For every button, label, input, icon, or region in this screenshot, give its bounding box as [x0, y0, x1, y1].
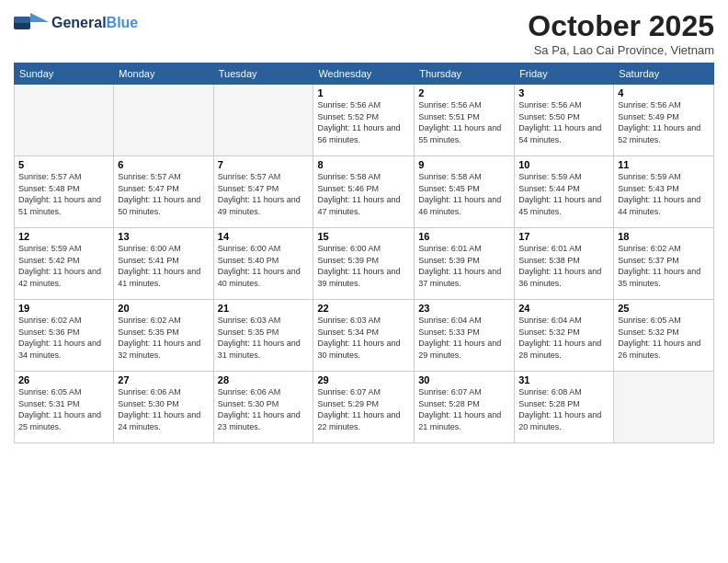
calendar-cell: 6Sunrise: 5:57 AMSunset: 5:47 PMDaylight…	[114, 156, 213, 228]
day-info: Sunrise: 5:56 AMSunset: 5:50 PMDaylight:…	[518, 99, 609, 145]
day-info: Sunrise: 5:57 AMSunset: 5:47 PMDaylight:…	[218, 171, 310, 217]
day-info: Sunrise: 5:57 AMSunset: 5:48 PMDaylight:…	[18, 171, 109, 217]
day-number: 25	[618, 303, 710, 314]
day-info: Sunrise: 6:06 AMSunset: 5:30 PMDaylight:…	[218, 386, 310, 432]
day-info: Sunrise: 6:03 AMSunset: 5:34 PMDaylight:…	[317, 315, 410, 361]
day-number: 22	[317, 303, 410, 314]
day-number: 30	[418, 374, 510, 385]
calendar-cell: 26Sunrise: 6:05 AMSunset: 5:31 PMDayligh…	[15, 372, 114, 443]
day-number: 31	[518, 374, 609, 385]
day-info: Sunrise: 6:00 AMSunset: 5:40 PMDaylight:…	[218, 243, 310, 289]
day-number: 18	[618, 231, 710, 242]
calendar-cell: 30Sunrise: 6:07 AMSunset: 5:28 PMDayligh…	[415, 372, 515, 443]
header-wednesday: Wednesday	[313, 63, 415, 85]
calendar-week-row-0: 1Sunrise: 5:56 AMSunset: 5:52 PMDaylight…	[15, 85, 714, 156]
calendar-cell: 18Sunrise: 6:02 AMSunset: 5:37 PMDayligh…	[614, 228, 714, 300]
day-number: 11	[618, 159, 710, 170]
day-number: 21	[218, 303, 310, 314]
day-info: Sunrise: 5:58 AMSunset: 5:45 PMDaylight:…	[418, 171, 510, 217]
calendar-cell: 29Sunrise: 6:07 AMSunset: 5:29 PMDayligh…	[313, 372, 415, 443]
day-number: 19	[18, 303, 109, 314]
header: GeneralBlue October 2025 Sa Pa, Lao Cai …	[14, 9, 714, 57]
calendar-cell: 3Sunrise: 5:56 AMSunset: 5:50 PMDaylight…	[515, 85, 614, 156]
day-number: 28	[218, 374, 310, 385]
calendar-cell: 31Sunrise: 6:08 AMSunset: 5:28 PMDayligh…	[515, 372, 614, 443]
day-number: 14	[218, 231, 310, 242]
day-info: Sunrise: 6:08 AMSunset: 5:28 PMDaylight:…	[518, 386, 609, 432]
calendar-cell	[614, 372, 714, 443]
calendar-week-row-1: 5Sunrise: 5:57 AMSunset: 5:48 PMDaylight…	[15, 156, 714, 228]
calendar-cell: 19Sunrise: 6:02 AMSunset: 5:36 PMDayligh…	[15, 300, 114, 372]
day-number: 5	[18, 159, 109, 170]
calendar-week-row-2: 12Sunrise: 5:59 AMSunset: 5:42 PMDayligh…	[15, 228, 714, 300]
calendar-cell: 4Sunrise: 5:56 AMSunset: 5:49 PMDaylight…	[614, 85, 714, 156]
day-info: Sunrise: 5:57 AMSunset: 5:47 PMDaylight:…	[118, 171, 209, 217]
calendar-cell: 14Sunrise: 6:00 AMSunset: 5:40 PMDayligh…	[213, 228, 313, 300]
day-info: Sunrise: 5:56 AMSunset: 5:49 PMDaylight:…	[618, 99, 710, 145]
calendar-cell: 10Sunrise: 5:59 AMSunset: 5:44 PMDayligh…	[515, 156, 614, 228]
day-number: 7	[218, 159, 310, 170]
day-info: Sunrise: 5:58 AMSunset: 5:46 PMDaylight:…	[317, 171, 410, 217]
day-number: 6	[118, 159, 209, 170]
calendar-cell: 2Sunrise: 5:56 AMSunset: 5:51 PMDaylight…	[415, 85, 515, 156]
calendar-cell	[114, 85, 213, 156]
calendar-week-row-4: 26Sunrise: 6:05 AMSunset: 5:31 PMDayligh…	[15, 372, 714, 443]
header-friday: Friday	[515, 63, 614, 85]
header-sunday: Sunday	[15, 63, 114, 85]
calendar-cell: 1Sunrise: 5:56 AMSunset: 5:52 PMDaylight…	[313, 85, 415, 156]
day-info: Sunrise: 6:07 AMSunset: 5:28 PMDaylight:…	[418, 386, 510, 432]
location: Sa Pa, Lao Cai Province, Vietnam	[528, 43, 714, 57]
header-saturday: Saturday	[614, 63, 714, 85]
day-number: 16	[418, 231, 510, 242]
day-info: Sunrise: 6:00 AMSunset: 5:41 PMDaylight:…	[118, 243, 209, 289]
logo-text: GeneralBlue	[51, 15, 138, 31]
day-info: Sunrise: 6:02 AMSunset: 5:36 PMDaylight:…	[18, 315, 109, 361]
header-tuesday: Tuesday	[213, 63, 313, 85]
calendar-cell: 17Sunrise: 6:01 AMSunset: 5:38 PMDayligh…	[515, 228, 614, 300]
calendar-cell: 28Sunrise: 6:06 AMSunset: 5:30 PMDayligh…	[213, 372, 313, 443]
page: GeneralBlue October 2025 Sa Pa, Lao Cai …	[0, 0, 728, 563]
calendar-cell: 21Sunrise: 6:03 AMSunset: 5:35 PMDayligh…	[213, 300, 313, 372]
title-block: October 2025 Sa Pa, Lao Cai Province, Vi…	[528, 9, 714, 57]
day-number: 3	[518, 87, 609, 98]
day-number: 1	[317, 87, 410, 98]
day-number: 17	[518, 231, 609, 242]
logo: GeneralBlue	[14, 9, 138, 37]
day-info: Sunrise: 5:56 AMSunset: 5:52 PMDaylight:…	[317, 99, 410, 145]
day-number: 20	[118, 303, 209, 314]
day-info: Sunrise: 6:02 AMSunset: 5:35 PMDaylight:…	[118, 315, 209, 361]
day-info: Sunrise: 6:07 AMSunset: 5:29 PMDaylight:…	[317, 386, 410, 432]
calendar-cell: 13Sunrise: 6:00 AMSunset: 5:41 PMDayligh…	[114, 228, 213, 300]
day-number: 9	[418, 159, 510, 170]
calendar-cell	[15, 85, 114, 156]
day-info: Sunrise: 6:02 AMSunset: 5:37 PMDaylight:…	[618, 243, 710, 289]
calendar-cell: 25Sunrise: 6:05 AMSunset: 5:32 PMDayligh…	[614, 300, 714, 372]
calendar-cell: 20Sunrise: 6:02 AMSunset: 5:35 PMDayligh…	[114, 300, 213, 372]
day-info: Sunrise: 5:56 AMSunset: 5:51 PMDaylight:…	[418, 99, 510, 145]
day-info: Sunrise: 6:06 AMSunset: 5:30 PMDaylight:…	[118, 386, 209, 432]
day-number: 2	[418, 87, 510, 98]
day-number: 27	[118, 374, 209, 385]
header-monday: Monday	[114, 63, 213, 85]
calendar-cell: 16Sunrise: 6:01 AMSunset: 5:39 PMDayligh…	[415, 228, 515, 300]
day-info: Sunrise: 6:01 AMSunset: 5:38 PMDaylight:…	[518, 243, 609, 289]
day-number: 15	[317, 231, 410, 242]
day-number: 13	[118, 231, 209, 242]
month-title: October 2025	[528, 9, 714, 43]
day-number: 23	[418, 303, 510, 314]
calendar-cell: 27Sunrise: 6:06 AMSunset: 5:30 PMDayligh…	[114, 372, 213, 443]
day-number: 4	[618, 87, 710, 98]
day-info: Sunrise: 5:59 AMSunset: 5:42 PMDaylight:…	[18, 243, 109, 289]
calendar-cell	[213, 85, 313, 156]
calendar-cell: 11Sunrise: 5:59 AMSunset: 5:43 PMDayligh…	[614, 156, 714, 228]
day-info: Sunrise: 6:00 AMSunset: 5:39 PMDaylight:…	[317, 243, 410, 289]
svg-rect-1	[14, 17, 30, 23]
day-number: 26	[18, 374, 109, 385]
day-number: 29	[317, 374, 410, 385]
calendar-cell: 15Sunrise: 6:00 AMSunset: 5:39 PMDayligh…	[313, 228, 415, 300]
svg-marker-2	[30, 13, 49, 22]
calendar-cell: 8Sunrise: 5:58 AMSunset: 5:46 PMDaylight…	[313, 156, 415, 228]
calendar-cell: 22Sunrise: 6:03 AMSunset: 5:34 PMDayligh…	[313, 300, 415, 372]
day-info: Sunrise: 5:59 AMSunset: 5:43 PMDaylight:…	[618, 171, 710, 217]
day-number: 10	[518, 159, 609, 170]
